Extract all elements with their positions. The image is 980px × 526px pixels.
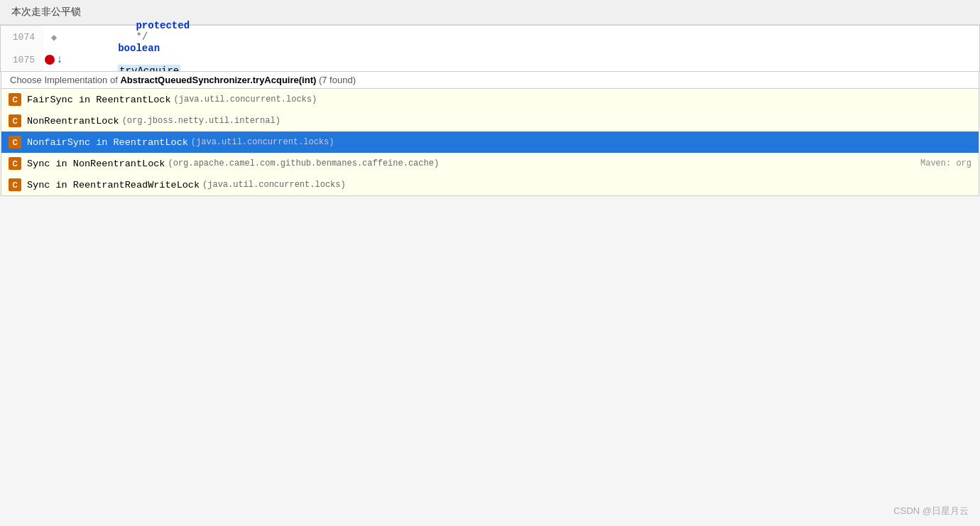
space2 — [118, 54, 124, 65]
item-detail-nonfairsync: (java.util.concurrent.locks) — [191, 137, 334, 147]
dropdown-item-fairsync[interactable]: C FairSync in ReentrantLock (java.util.c… — [1, 89, 979, 110]
line-number-1074: 1074 — [1, 26, 43, 48]
class-name-text: AbstractQueuedSynchronizer.tryAcquire(in… — [120, 75, 316, 85]
item-main-fairsync: FairSync in ReentrantLock — [27, 95, 171, 105]
execution-arrow-icon: ↓ — [56, 53, 63, 66]
line-number-1075: 1075 — [1, 48, 43, 71]
class-icon-fairsync: C — [9, 93, 21, 106]
code-line-1075: 1075 ↓ protected boolean tryAcquire ( in… — [1, 48, 979, 71]
keyword-boolean: boolean — [118, 43, 160, 54]
item-detail-sync-nonreentrant: (org.apache.camel.com.github.benmanes.ca… — [168, 159, 439, 168]
class-icon-sync-nonreentrant: C — [9, 157, 21, 170]
keyword-protected: protected — [118, 20, 190, 31]
gutter-1075: ↓ — [43, 53, 65, 66]
implementation-dropdown[interactable]: Choose Implementation of AbstractQueuedS… — [1, 71, 979, 196]
item-main-nonfairsync: NonfairSync in ReentrantLock — [27, 137, 188, 148]
class-icon-sync-readwrite: C — [9, 178, 21, 191]
bookmark-icon: ◆ — [51, 31, 57, 43]
watermark: CSDN @日星月云 — [893, 505, 969, 517]
gutter-1074: ◆ — [43, 31, 65, 43]
dropdown-item-nonreentrantlock[interactable]: C NonReentrantLock (org.jboss.netty.util… — [1, 110, 979, 132]
item-main-sync-readwrite: Sync in ReentrantReadWriteLock — [27, 180, 200, 190]
ide-section: 1074 ◆ */ 1075 ↓ protected boolean try — [0, 25, 980, 72]
item-main-nonreentrantlock: NonReentrantLock — [27, 116, 119, 127]
class-icon-nonreentrantlock: C — [9, 114, 21, 127]
class-icon-nonfairsync: C — [9, 136, 21, 149]
item-detail-sync-readwrite: (java.util.concurrent.locks) — [202, 180, 346, 190]
item-detail-nonreentrantlock: (org.jboss.netty.util.internal) — [122, 116, 281, 126]
item-detail-fairsync: (java.util.concurrent.locks) — [174, 95, 317, 104]
code-editor: 1074 ◆ */ 1075 ↓ protected boolean try — [1, 26, 979, 71]
item-extra-sync-nonreentrant: Maven: org — [920, 159, 971, 168]
item-main-sync-nonreentrant: Sync in NonReentrantLock — [27, 159, 165, 169]
dropdown-item-sync-nonreentrant[interactable]: C Sync in NonReentrantLock (org.apache.c… — [1, 153, 979, 174]
space — [118, 31, 124, 43]
dropdown-header: Choose Implementation of AbstractQueuedS… — [1, 72, 979, 89]
dropdown-item-sync-readwrite[interactable]: C Sync in ReentrantReadWriteLock (java.u… — [1, 174, 979, 195]
breakpoint-icon — [45, 55, 55, 65]
dropdown-item-nonfairsync[interactable]: C NonfairSync in ReentrantLock (java.uti… — [1, 132, 979, 153]
